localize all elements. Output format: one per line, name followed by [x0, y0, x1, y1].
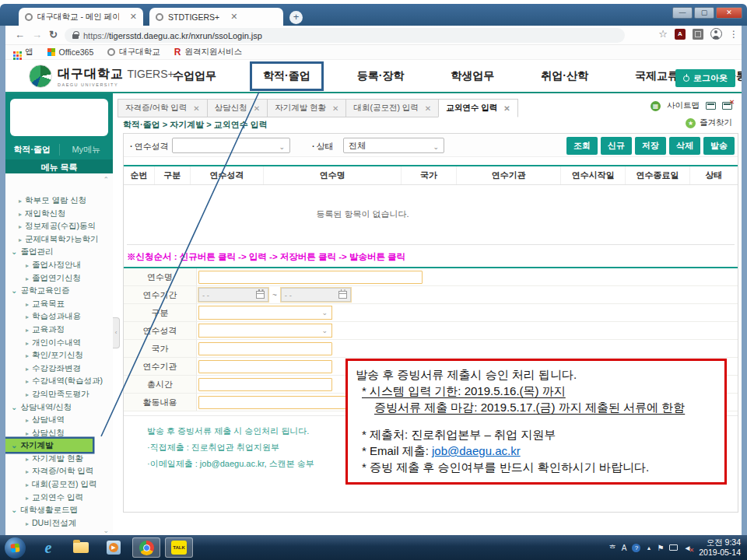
sidebar-menu-item[interactable]: 졸업사정안내	[5, 258, 113, 271]
popup-icon[interactable]	[706, 102, 716, 110]
volume-muted-icon[interactable]: ◄✕	[683, 544, 691, 552]
end-date-input[interactable]: - -	[281, 288, 351, 302]
sidebar-menu-item[interactable]: 교육목표	[5, 297, 113, 310]
media-player-icon[interactable]: ▶	[100, 537, 128, 558]
popup-close-icon[interactable]: ✕	[722, 102, 732, 110]
filter-nature-select[interactable]: ⌄	[172, 138, 290, 153]
reload-icon[interactable]: ↻	[49, 29, 58, 40]
start-button[interactable]	[5, 537, 26, 558]
workspace-tab[interactable]: 상담신청 ✕	[207, 99, 267, 117]
browser-tab[interactable]: STDTIGERS+ ✕	[149, 8, 283, 26]
sidebar-menu-item[interactable]: 대학생활로드맵	[5, 503, 113, 516]
close-tab-icon[interactable]: ✕	[332, 104, 338, 113]
email-link[interactable]: job@daegu.ac.kr	[432, 444, 521, 457]
close-tab-icon[interactable]: ✕	[425, 104, 431, 113]
close-tab-icon[interactable]: ✕	[254, 104, 260, 113]
profile-avatar-icon[interactable]	[710, 28, 722, 40]
sidebar-menu-item[interactable]: 수강내역(학습성과)	[5, 374, 113, 387]
kakaotalk-icon[interactable]: TALK	[165, 537, 193, 558]
workspace-tab[interactable]: 대회(공모전) 입력 ✕	[345, 99, 438, 117]
bookmark-item[interactable]: 앱	[13, 47, 33, 58]
sidebar-menu-item[interactable]: 자기계발	[5, 439, 93, 452]
address-bar[interactable]: https://tigersstd.daegu.ac.kr/nxrun/ssoL…	[65, 28, 625, 43]
nav-item[interactable]: 수업업무	[162, 64, 227, 89]
category-select[interactable]: ⌄	[198, 306, 332, 320]
nav-item[interactable]: 등록·장학	[346, 64, 416, 89]
sidebar-menu-item[interactable]: 자격증/어학 입력	[5, 464, 113, 478]
new-tab-button[interactable]: +	[289, 11, 303, 24]
nav-item[interactable]: 학적·졸업	[252, 64, 321, 89]
sidebar-menu-item[interactable]: 졸업관리	[5, 245, 113, 258]
sidebar-collapse-handle[interactable]: ‹	[113, 317, 120, 348]
sidebar-tab[interactable]: 학적·졸업	[5, 144, 59, 156]
country-input[interactable]	[198, 342, 332, 355]
close-tab-icon[interactable]: ✕	[193, 104, 199, 113]
scroll-up-icon[interactable]: ⌃	[103, 176, 109, 184]
bookmark-item[interactable]: Office365	[47, 47, 94, 57]
sidebar-menu-item[interactable]: 대회(공모전) 입력	[5, 478, 113, 491]
nav-item[interactable]: 취업·산학	[530, 64, 599, 89]
maximize-button[interactable]: ▢	[694, 7, 714, 19]
calendar-icon[interactable]	[256, 291, 265, 299]
extension-icon[interactable]	[693, 29, 703, 40]
workspace-tab[interactable]: 교외연수 입력 ✕	[438, 99, 517, 117]
action-center-flag-icon[interactable]: ⚑	[657, 544, 664, 552]
sidebar-menu-item[interactable]: 공학교육인증	[5, 284, 113, 297]
workspace-tab[interactable]: 자격증/어학 입력 ✕	[117, 99, 207, 117]
forward-icon[interactable]: →	[32, 29, 42, 40]
sidebar-menu-item[interactable]: 교육과정	[5, 323, 113, 336]
pdf-extension-icon[interactable]: A	[675, 29, 686, 40]
browser-menu-icon[interactable]: ⋮	[729, 29, 738, 40]
action-button[interactable]: 조회	[566, 137, 598, 155]
nature-select[interactable]: ⌄	[198, 324, 332, 338]
ime-lang-icon[interactable]: A	[622, 544, 627, 552]
back-icon[interactable]: ←	[15, 29, 25, 40]
sidebar-menu-item[interactable]: 재입학신청	[5, 207, 113, 220]
action-button[interactable]: 삭제	[669, 137, 700, 155]
bookmark-star-icon[interactable]: ☆	[658, 28, 668, 40]
file-explorer-icon[interactable]	[67, 537, 95, 558]
nav-item[interactable]: 학생업무	[440, 64, 505, 89]
grid-header-cell[interactable]: 연수성격	[190, 166, 264, 185]
tray-expand-icon[interactable]: ▲	[646, 545, 651, 551]
internet-explorer-icon[interactable]: e	[34, 537, 62, 558]
action-button[interactable]: 신규	[601, 137, 632, 155]
grid-header-cell[interactable]: 구분	[154, 166, 190, 185]
sidebar-menu-item[interactable]: 학습성과내용	[5, 310, 113, 323]
sidebar-menu-item[interactable]: 강의만족도평가	[5, 387, 113, 401]
grid-header-cell[interactable]: 연수종료일	[626, 166, 690, 185]
grid-header-cell[interactable]: 연수기관	[457, 166, 561, 185]
action-button[interactable]: 저장	[635, 137, 666, 155]
sidebar-menu-item[interactable]: 상담내역	[5, 413, 113, 426]
filter-status-select[interactable]: 전체 ⌄	[343, 138, 444, 153]
sidebar-menu-item[interactable]: 군제대복학가능학기	[5, 233, 113, 246]
calendar-icon[interactable]	[338, 291, 347, 299]
start-date-input[interactable]: - -	[198, 288, 268, 302]
grid-header-cell[interactable]: 연수시작일	[561, 166, 626, 185]
close-window-button[interactable]: ✕	[716, 7, 742, 19]
sidebar-menu-item[interactable]: 개인이수내역	[5, 336, 113, 349]
close-tab-icon[interactable]: ✕	[503, 104, 510, 113]
sidebar-menu-item[interactable]: 상담내역/신청	[5, 401, 113, 414]
network-tray-icon[interactable]	[669, 544, 678, 551]
sidebar-menu-item[interactable]: 졸업연기신청	[5, 271, 113, 285]
logout-button[interactable]: 로그아웃	[675, 69, 735, 87]
sidebar-menu-item[interactable]: 정보제공(수집)동의	[5, 219, 113, 233]
sidebar-menu-item[interactable]: 교외연수 입력	[5, 491, 113, 504]
browser-tab[interactable]: 대구대학교 - 메인 페이지 ✕	[19, 8, 143, 26]
agency-input[interactable]	[198, 360, 332, 373]
close-tab-icon[interactable]: ✕	[130, 12, 137, 22]
minimize-button[interactable]: —	[672, 7, 693, 19]
workspace-tab[interactable]: 자기계발 현황 ✕	[267, 99, 345, 117]
sidebar-menu-item[interactable]: 수강강좌변경	[5, 362, 113, 375]
grid-header-cell[interactable]: 순번	[124, 166, 154, 185]
sidebar-tab[interactable]: My메뉴	[59, 144, 114, 156]
scroll-down-icon[interactable]: ⌄	[103, 527, 109, 534]
bookmark-item[interactable]: R 원격지원서비스	[174, 47, 242, 58]
name-input[interactable]	[198, 271, 423, 284]
taskbar-clock[interactable]: 오전 9:34 2019-05-14	[699, 537, 741, 558]
grid-header-cell[interactable]: 국가	[402, 166, 457, 185]
sidebar-menu-item[interactable]: 학부모 열람 신청	[5, 194, 113, 207]
bookmark-item[interactable]: 대구대학교	[107, 47, 160, 58]
help-tray-icon[interactable]: ?	[632, 544, 640, 552]
